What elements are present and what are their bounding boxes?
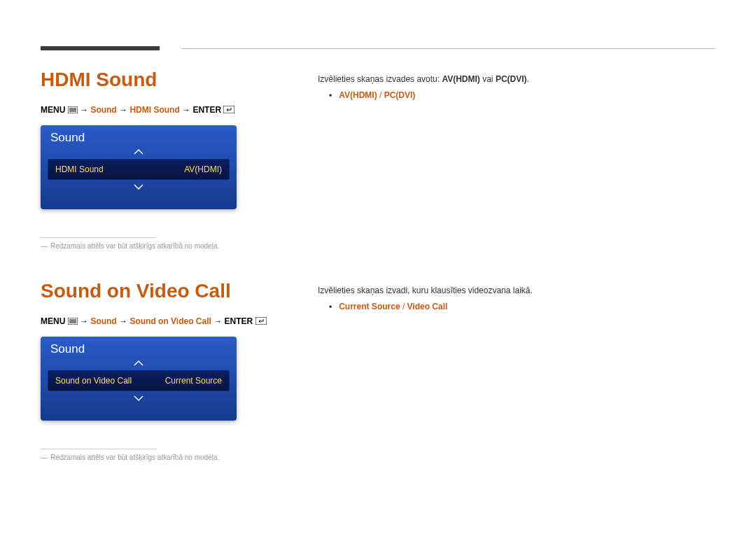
arrow: → [80,105,88,115]
chevron-up-icon[interactable] [41,359,237,367]
footnote-divider [41,237,156,238]
footnote-text: Redzamais attēls var būt atšķirīgs atkar… [50,454,219,461]
bullet-dot: • [329,302,332,311]
ui-row-sound-on-video-call[interactable]: Sound on Video Call Current Source [48,370,230,391]
footnote-text: Redzamais attēls var būt atšķirīgs atkar… [50,242,219,250]
enter-icon [223,106,234,115]
bullet-dot: • [329,90,332,100]
enter-label: ENTER [225,316,253,326]
option-video-call: Video Call [407,302,448,311]
menu-icon [68,106,78,115]
footnote-hdmi: ―Redzamais attēls var būt atšķirīgs atka… [41,242,279,250]
menu-path-hdmi: MENU → Sound → HDMI Sound → ENTER [41,105,279,115]
menu-label: MENU [41,105,65,115]
desc-bold-avhdmi: AV(HDMI) [442,74,479,84]
description-hdmi: Izvēlieties skaņas izvades avotu: AV(HDM… [318,73,710,102]
panel-title: Sound [41,131,237,145]
row-label: Sound on Video Call [55,376,132,386]
menu-path-video-call: MENU → Sound → Sound on Video Call → ENT… [41,316,279,327]
footnote-divider [41,449,156,449]
path-video-call: Sound on Video Call [130,316,211,326]
desc-suffix: . [527,74,529,84]
bullet-line: •Current Source / Video Call [318,300,710,314]
dash: ― [41,242,48,250]
menu-icon [68,317,78,327]
panel-title: Sound [41,342,237,356]
menu-label: MENU [41,316,65,326]
chevron-up-icon[interactable] [41,148,237,156]
enter-icon [255,317,267,327]
chevron-down-icon[interactable] [41,183,237,191]
path-sound: Sound [90,316,116,326]
option-sep: / [377,90,384,100]
option-pcdvi: PC(DVI) [384,90,416,100]
option-sep: / [400,302,407,311]
arrow: → [182,105,190,115]
bullet-line: •AV(HDMI) / PC(DVI) [318,89,710,102]
enter-label: ENTER [192,105,221,115]
section-title-hdmi-sound: HDMI Sound [41,69,279,91]
dash: ― [41,454,48,461]
desc-line: Izvēlieties skaņas izvadi, kuru klausīti… [318,284,710,297]
ui-panel-sound-hdmi: Sound HDMI Sound AV(HDMI) [41,125,237,209]
option-avhdmi: AV(HDMI) [339,90,377,100]
option-current-source: Current Source [339,302,400,311]
row-label: HDMI Sound [55,164,104,174]
desc-line: Izvēlieties skaņas izvades avotu: AV(HDM… [318,73,710,86]
ui-row-hdmi-sound[interactable]: HDMI Sound AV(HDMI) [48,159,230,180]
arrow: → [119,105,127,115]
path-sound: Sound [90,105,116,115]
section-title-sound-on-video-call: Sound on Video Call [41,280,279,302]
chevron-down-icon[interactable] [41,394,237,402]
desc-mid: vai [480,74,496,84]
ui-panel-sound-video-call: Sound Sound on Video Call Current Source [41,337,237,421]
path-hdmi-sound: HDMI Sound [130,105,179,115]
header-accent-bar [41,46,160,50]
desc-pre: Izvēlieties skaņas izvades avotu: [318,74,442,84]
description-video-call: Izvēlieties skaņas izvadi, kuru klausīti… [318,284,710,314]
row-value: Current Source [165,376,222,386]
row-value: AV(HDMI) [184,164,222,174]
footnote-video-call: ―Redzamais attēls var būt atšķirīgs atka… [41,454,279,461]
arrow: → [80,316,88,326]
header-divider [182,48,715,49]
arrow: → [119,316,127,326]
desc-bold-pcdvi: PC(DVI) [496,74,527,84]
arrow: → [214,316,222,326]
